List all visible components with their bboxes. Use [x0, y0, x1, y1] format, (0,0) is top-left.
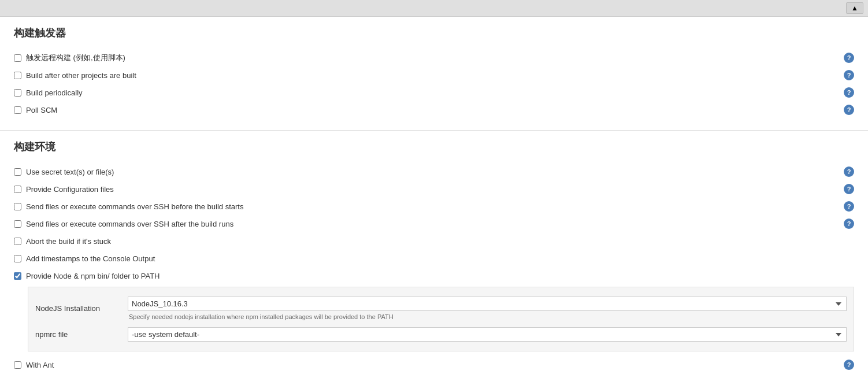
option-left: Use secret text(s) or file(s) [14, 168, 114, 176]
checkbox-provide-config[interactable] [14, 186, 21, 193]
option-row-with-ant: With Ant ? [14, 356, 854, 373]
npmrc-control: -use system default- [128, 327, 847, 342]
option-row-build-periodically: Build periodically ? [14, 84, 854, 101]
label-use-secret: Use secret text(s) or file(s) [26, 168, 114, 176]
nodejs-installation-select[interactable]: NodeJS_10.16.3 [128, 297, 847, 311]
option-left: Add timestamps to the Console Output [14, 254, 155, 263]
label-ssh-before: Send files or execute commands over SSH … [26, 202, 243, 211]
option-left: Provide Node & npm bin/ folder to PATH [14, 272, 159, 280]
build-triggers-title: 构建触发器 [14, 26, 854, 40]
checkbox-trigger-remote[interactable] [14, 54, 21, 62]
option-left: Send files or execute commands over SSH … [14, 202, 243, 211]
option-left: Send files or execute commands over SSH … [14, 220, 233, 228]
option-left: Build after other projects are built [14, 71, 136, 80]
option-row-provide-node: Provide Node & npm bin/ folder to PATH ? [14, 267, 854, 284]
checkbox-use-secret[interactable] [14, 168, 21, 176]
build-env-section: 构建环境 Use secret text(s) or file(s) ? Pro… [0, 131, 868, 374]
npmrc-select[interactable]: -use system default- [128, 327, 847, 342]
help-icon-poll-scm[interactable]: ? [844, 105, 854, 115]
option-left: Poll SCM [14, 106, 57, 114]
option-left: Build periodically [14, 88, 83, 97]
label-ssh-after: Send files or execute commands over SSH … [26, 220, 233, 228]
option-left: 触发远程构建 (例如,使用脚本) [14, 53, 125, 63]
build-triggers-section: 构建触发器 触发远程构建 (例如,使用脚本) ? Build after oth… [0, 17, 868, 131]
option-row-trigger-remote: 触发远程构建 (例如,使用脚本) ? [14, 49, 854, 66]
option-row-ssh-before: Send files or execute commands over SSH … [14, 198, 854, 215]
help-icon-build-periodically[interactable]: ? [844, 87, 854, 98]
label-with-ant: With Ant [26, 361, 54, 369]
checkbox-with-ant[interactable] [14, 361, 21, 369]
option-row-build-after-other: Build after other projects are built ? [14, 66, 854, 84]
option-left: Provide Configuration files [14, 185, 114, 194]
help-icon-ssh-after[interactable]: ? [844, 219, 854, 229]
option-left: With Ant [14, 361, 54, 369]
help-icon-with-ant[interactable]: ? [844, 360, 854, 370]
nodejs-installation-row: NodeJS Installation NodeJS_10.16.3 Speci… [35, 293, 847, 324]
label-provide-config: Provide Configuration files [26, 185, 114, 194]
checkbox-add-timestamps[interactable] [14, 255, 21, 262]
checkbox-provide-node[interactable] [14, 272, 21, 280]
help-icon-provide-config[interactable]: ? [844, 184, 854, 194]
collapse-button[interactable]: ▲ [846, 2, 863, 14]
checkbox-ssh-before[interactable] [14, 203, 21, 210]
option-row-provide-config: Provide Configuration files ? [14, 180, 854, 198]
label-build-after-other: Build after other projects are built [26, 71, 136, 80]
help-icon-build-after-other[interactable]: ? [844, 70, 854, 80]
help-icon-use-secret[interactable]: ? [844, 166, 854, 177]
option-row-use-secret: Use secret text(s) or file(s) ? [14, 163, 854, 180]
top-bar: ▲ [0, 0, 868, 17]
label-abort-stuck: Abort the build if it's stuck [26, 237, 111, 246]
label-add-timestamps: Add timestamps to the Console Output [26, 254, 155, 263]
nodejs-subsection: NodeJS Installation NodeJS_10.16.3 Speci… [28, 287, 854, 351]
page-wrapper: ▲ 构建触发器 触发远程构建 (例如,使用脚本) ? Build after o… [0, 0, 868, 374]
build-env-title: 构建环境 [14, 140, 854, 154]
option-row-abort-stuck: Abort the build if it's stuck ? [14, 232, 854, 250]
option-row-add-timestamps: Add timestamps to the Console Output ? [14, 250, 854, 267]
option-row-poll-scm: Poll SCM ? [14, 101, 854, 119]
nodejs-installation-control: NodeJS_10.16.3 Specify needed nodejs ins… [128, 297, 847, 320]
nodejs-help-text: Specify needed nodejs installation where… [128, 313, 847, 320]
checkbox-poll-scm[interactable] [14, 106, 21, 114]
checkbox-ssh-after[interactable] [14, 220, 21, 228]
npmrc-label: npmrc file [35, 330, 128, 339]
checkbox-abort-stuck[interactable] [14, 238, 21, 245]
checkbox-build-after-other[interactable] [14, 72, 21, 79]
help-icon-ssh-before[interactable]: ? [844, 201, 854, 212]
checkbox-build-periodically[interactable] [14, 89, 21, 97]
option-row-ssh-after: Send files or execute commands over SSH … [14, 215, 854, 232]
label-poll-scm: Poll SCM [26, 106, 57, 114]
label-build-periodically: Build periodically [26, 88, 83, 97]
label-trigger-remote: 触发远程构建 (例如,使用脚本) [26, 53, 125, 63]
nodejs-installation-label: NodeJS Installation [35, 304, 128, 313]
label-provide-node: Provide Node & npm bin/ folder to PATH [26, 272, 159, 280]
option-left: Abort the build if it's stuck [14, 237, 111, 246]
npmrc-row: npmrc file -use system default- [35, 324, 847, 345]
help-icon-trigger-remote[interactable]: ? [844, 53, 854, 63]
